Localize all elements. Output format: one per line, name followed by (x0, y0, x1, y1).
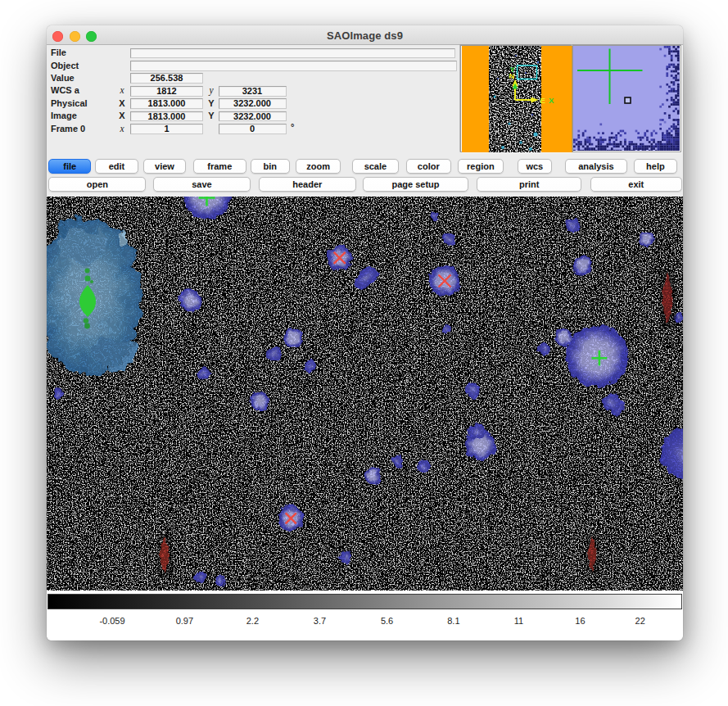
svg-text:E: E (540, 96, 545, 105)
svg-text:X: X (549, 96, 554, 105)
svg-text:N: N (509, 71, 514, 80)
